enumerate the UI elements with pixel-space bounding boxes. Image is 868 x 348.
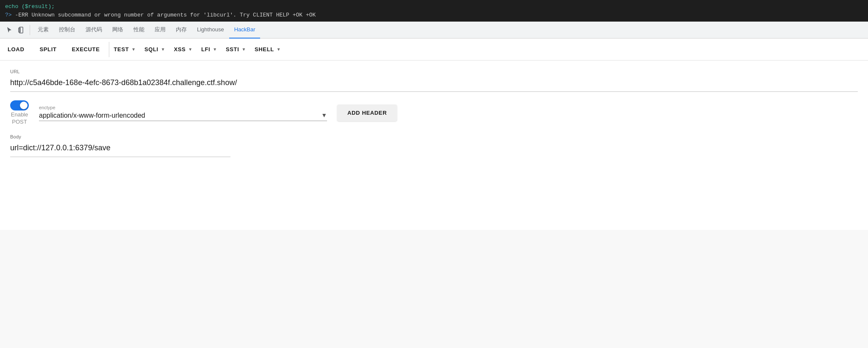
hackbar-content: URL http://c5a46bde-168e-4efc-8673-d68b1… — [0, 61, 868, 230]
body-section: Body url=dict://127.0.0.1:6379/save — [10, 134, 858, 157]
tab-network[interactable]: 网络 — [107, 22, 128, 39]
tab-lighthouse[interactable]: Lighthouse — [192, 22, 229, 39]
enable-post-container: Enable POST — [10, 100, 29, 126]
url-section: URL http://c5a46bde-168e-4efc-8673-d68b1… — [10, 69, 858, 92]
terminal-line-1: echo ($result); — [5, 3, 863, 11]
enable-post-toggle[interactable] — [10, 100, 29, 110]
split-button[interactable]: SPLIT — [32, 39, 64, 61]
shell-dropdown-button[interactable]: SHELL ▼ — [252, 39, 287, 61]
shell-dropdown-arrow: ▼ — [277, 47, 281, 52]
body-label: Body — [10, 134, 858, 139]
load-button[interactable]: LOAD — [0, 39, 32, 61]
devtools-tabbar: 元素 控制台 源代码 网络 性能 应用 内存 Lighthouse HackBa… — [0, 22, 868, 39]
hackbar-toolbar: LOAD SPLIT EXECUTE TEST ▼ SQLI ▼ XSS ▼ L… — [0, 39, 868, 61]
terminal-prompt: ?> — [5, 12, 15, 18]
lfi-dropdown-button[interactable]: LFI ▼ — [199, 39, 223, 61]
execute-button[interactable]: EXECUTE — [64, 39, 108, 61]
url-label: URL — [10, 69, 858, 74]
body-value[interactable]: url=dict://127.0.0.1:6379/save — [10, 141, 858, 157]
sqli-dropdown-button[interactable]: SQLI ▼ — [142, 39, 172, 61]
url-value[interactable]: http://c5a46bde-168e-4efc-8673-d68b1a023… — [10, 76, 858, 91]
terminal-area: echo ($result); ?> -ERR Unknown subcomma… — [0, 0, 868, 22]
ssti-dropdown-button[interactable]: SSTI ▼ — [223, 39, 252, 61]
enctype-select[interactable]: application/x-www-form-urlencoded — [39, 112, 321, 119]
tab-separator — [30, 25, 30, 35]
inspect-icon-btn[interactable] — [3, 24, 15, 36]
xss-dropdown-arrow: ▼ — [188, 47, 193, 52]
ssti-dropdown-arrow: ▼ — [241, 47, 246, 52]
tab-hackbar[interactable]: HackBar — [229, 22, 261, 39]
post-section: Enable POST enctype application/x-www-fo… — [10, 100, 858, 126]
tab-memory[interactable]: 内存 — [171, 22, 192, 39]
terminal-error-text: -ERR Unknown subcommand or wrong number … — [15, 12, 316, 18]
toggle-thumb — [20, 102, 28, 109]
enctype-label: enctype — [39, 105, 327, 110]
cursor-icon — [6, 27, 13, 33]
url-underline — [10, 91, 858, 92]
terminal-line-2: ?> -ERR Unknown subcommand or wrong numb… — [5, 11, 863, 19]
tab-sources[interactable]: 源代码 — [80, 22, 107, 39]
enctype-select-wrapper: application/x-www-form-urlencoded ▼ — [39, 112, 327, 121]
xss-dropdown-button[interactable]: XSS ▼ — [171, 39, 199, 61]
enctype-dropdown-arrow: ▼ — [321, 112, 327, 119]
device-icon-btn[interactable] — [15, 24, 27, 36]
tab-elements[interactable]: 元素 — [33, 22, 54, 39]
toolbar-divider — [109, 42, 109, 57]
enctype-container: enctype application/x-www-form-urlencode… — [39, 105, 327, 121]
tab-application[interactable]: 应用 — [150, 22, 171, 39]
add-header-button[interactable]: ADD HEADER — [337, 105, 397, 121]
toggle-track — [10, 100, 29, 110]
tab-performance[interactable]: 性能 — [128, 22, 150, 39]
lfi-dropdown-arrow: ▼ — [213, 47, 217, 52]
tab-console[interactable]: 控制台 — [54, 22, 80, 39]
test-dropdown-arrow: ▼ — [131, 47, 136, 52]
enable-post-label: Enable POST — [11, 111, 28, 126]
test-dropdown-button[interactable]: TEST ▼ — [111, 39, 141, 61]
body-underline — [10, 157, 230, 157]
device-icon — [18, 27, 25, 33]
sqli-dropdown-arrow: ▼ — [161, 47, 166, 52]
